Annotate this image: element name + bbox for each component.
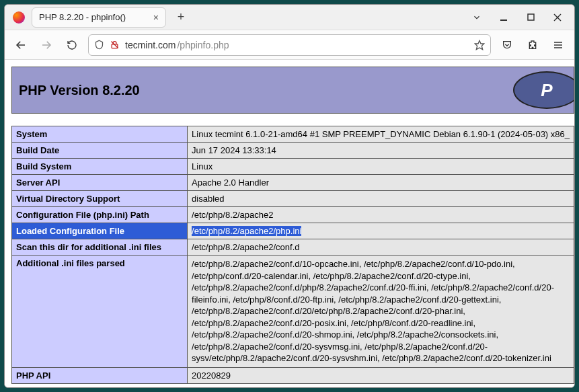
menu-button[interactable] bbox=[549, 36, 568, 54]
table-row-highlighted: Loaded Configuration File/etc/php/8.2/ap… bbox=[12, 223, 574, 239]
table-row: Build SystemLinux bbox=[12, 159, 574, 175]
chevron-down-icon[interactable] bbox=[468, 9, 486, 26]
page-content: PHP Version 8.2.20 P SystemLinux tecmint… bbox=[5, 60, 574, 387]
table-row: Server APIApache 2.0 Handler bbox=[12, 175, 574, 191]
reload-button[interactable] bbox=[63, 36, 81, 54]
maximize-button[interactable] bbox=[522, 9, 539, 26]
svg-rect-1 bbox=[528, 14, 534, 20]
address-bar[interactable]: tecmint.com/phpinfo.php bbox=[88, 34, 491, 56]
tab-bar: PHP 8.2.20 - phpinfo() × + bbox=[5, 5, 574, 30]
close-window-button[interactable] bbox=[549, 9, 566, 26]
close-tab-icon[interactable]: × bbox=[153, 12, 159, 23]
phpinfo-table: SystemLinux tecmint 6.1.0-21-amd64 #1 SM… bbox=[11, 126, 574, 384]
not-secure-icon bbox=[110, 40, 120, 50]
new-tab-button[interactable]: + bbox=[171, 8, 190, 27]
php-logo: P bbox=[513, 71, 574, 109]
nav-toolbar: tecmint.com/phpinfo.php bbox=[5, 30, 574, 60]
forward-button[interactable] bbox=[37, 36, 56, 54]
pocket-icon[interactable] bbox=[498, 36, 516, 54]
table-row: PHP API20220829 bbox=[12, 367, 574, 383]
url-path: /phpinfo.php bbox=[177, 40, 229, 50]
tab-title: PHP 8.2.20 - phpinfo() bbox=[39, 12, 126, 22]
extensions-icon[interactable] bbox=[523, 36, 542, 54]
table-row: Configuration File (php.ini) Path/etc/ph… bbox=[12, 207, 574, 223]
back-button[interactable] bbox=[11, 36, 30, 54]
firefox-icon bbox=[9, 11, 29, 24]
phpinfo-header: PHP Version 8.2.20 P bbox=[11, 67, 574, 114]
url-host: tecmint.com bbox=[125, 40, 176, 50]
table-row: Build DateJun 17 2024 13:33:14 bbox=[12, 143, 574, 159]
table-row: SystemLinux tecmint 6.1.0-21-amd64 #1 SM… bbox=[12, 126, 574, 143]
table-row: Scan this dir for additional .ini files/… bbox=[12, 239, 574, 256]
shield-icon bbox=[94, 40, 104, 50]
selected-text: /etc/php/8.2/apache2/php.ini bbox=[192, 226, 301, 236]
browser-tab[interactable]: PHP 8.2.20 - phpinfo() × bbox=[32, 7, 166, 28]
bookmark-star-icon[interactable] bbox=[474, 40, 485, 50]
table-row: Virtual Directory Supportdisabled bbox=[12, 191, 574, 207]
table-row: Additional .ini files parsed/etc/php/8.2… bbox=[12, 256, 574, 368]
minimize-button[interactable] bbox=[495, 9, 512, 26]
browser-window: PHP 8.2.20 - phpinfo() × + bbox=[4, 4, 575, 388]
page-title: PHP Version 8.2.20 bbox=[19, 83, 140, 98]
svg-marker-8 bbox=[475, 40, 484, 49]
